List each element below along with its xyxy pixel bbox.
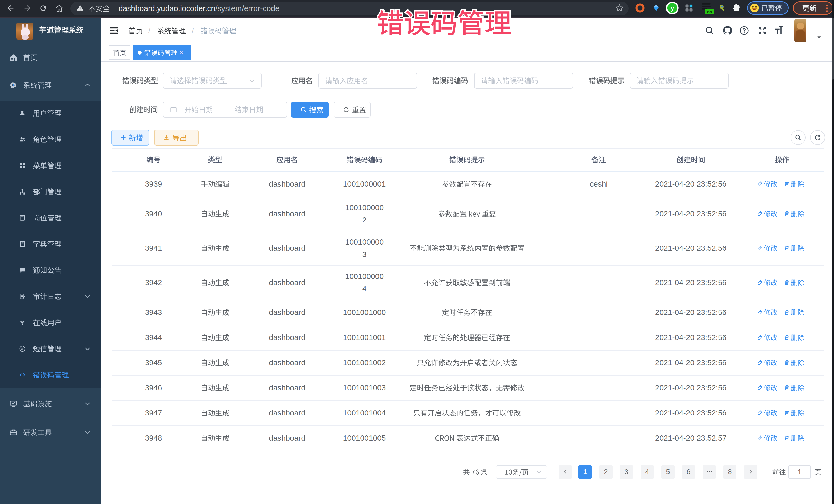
svg-text:y: y [671,5,674,12]
